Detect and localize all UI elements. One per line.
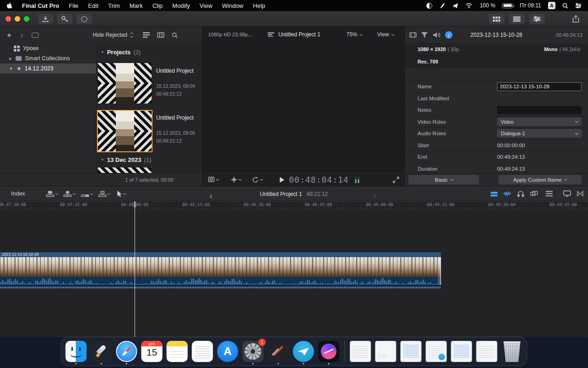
menu-edit[interactable]: Edit: [88, 2, 98, 9]
dock-icon-window[interactable]: [476, 341, 498, 362]
browser-layout-button[interactable]: [489, 14, 504, 24]
brush-status-icon[interactable]: [439, 2, 445, 9]
import-media-button[interactable]: [38, 14, 53, 24]
menu-mark[interactable]: Mark: [130, 2, 143, 9]
sidebar-item-smart-collections[interactable]: ▶ Smart Collections: [0, 53, 96, 63]
browser-search-icon[interactable]: [172, 32, 178, 38]
clip-appearance-video-icon[interactable]: [491, 192, 498, 196]
dock-icon-window[interactable]: [451, 341, 472, 362]
sidebar-item-event[interactable]: ▼ ★ 14.12.2023: [0, 63, 96, 74]
name-input[interactable]: [497, 82, 582, 91]
input-source-badge[interactable]: A: [548, 2, 555, 9]
control-center-icon[interactable]: [575, 3, 582, 8]
audio-sidebar-icon[interactable]: ♪: [20, 31, 23, 39]
battery-icon[interactable]: [502, 3, 513, 8]
timeline-ruler[interactable]: 00:47:30:0000:47:45:0000:48:00:0000:48:1…: [0, 201, 588, 209]
keywords-button[interactable]: [57, 14, 73, 24]
search-icon[interactable]: [562, 3, 568, 9]
share-button[interactable]: [569, 14, 582, 24]
dock-icon-telegram[interactable]: [293, 341, 314, 362]
filmstrip-view-icon[interactable]: [157, 32, 164, 38]
project-thumbnail[interactable]: [98, 63, 152, 104]
viewer-timecode[interactable]: 00:48:04:14: [289, 175, 349, 184]
clip-thumbnail-partial[interactable]: [98, 167, 152, 173]
menu-modify[interactable]: Modify: [172, 2, 190, 9]
info-inspector-tab[interactable]: i: [445, 31, 452, 39]
clip-appearance-audio-icon[interactable]: [503, 191, 511, 197]
menu-window[interactable]: Window: [222, 2, 243, 9]
menu-file[interactable]: File: [69, 2, 79, 9]
dock-icon-rocket[interactable]: [91, 341, 112, 362]
section-disclosure-icon[interactable]: ▼: [101, 50, 104, 54]
timeline[interactable]: 00:47:30:0000:47:45:0000:48:00:0000:48:1…: [0, 201, 588, 337]
menu-trim[interactable]: Trim: [108, 2, 120, 9]
project-thumbnail[interactable]: [98, 111, 152, 151]
apply-custom-name-dropdown[interactable]: Apply Custom Name: [498, 175, 582, 184]
clip-audio-lane[interactable]: [0, 287, 441, 288]
display-mode-icon[interactable]: [426, 3, 432, 9]
viewer-view-dropdown[interactable]: View: [377, 31, 394, 38]
dock-icon-window[interactable]: [375, 341, 396, 362]
color-inspector-tab[interactable]: [421, 32, 428, 38]
audio-meter[interactable]: [355, 177, 356, 183]
zoom-window-button[interactable]: [24, 16, 29, 22]
viewer-zoom-tool-dropdown[interactable]: [208, 177, 219, 182]
av-output-icon[interactable]: [577, 191, 583, 196]
menu-help[interactable]: Help: [253, 2, 266, 9]
dock-icon-notes[interactable]: [167, 341, 188, 362]
dock-icon-window[interactable]: [426, 341, 447, 362]
disclosure-right-icon[interactable]: ▶: [9, 57, 12, 61]
video-roles-select[interactable]: Video: [497, 118, 582, 126]
minimize-window-button[interactable]: [15, 16, 20, 22]
timeline-list-icon[interactable]: [546, 191, 553, 196]
basic-metadata-dropdown[interactable]: Basic: [408, 175, 479, 184]
dock-icon-finder[interactable]: [66, 341, 87, 362]
viewer-retime-dropdown[interactable]: [252, 177, 263, 183]
audio-inspector-tab[interactable]: [433, 32, 441, 38]
background-tasks-button[interactable]: [76, 14, 92, 24]
dock-icon-settings[interactable]: 1: [243, 341, 264, 362]
audio-solo-icon[interactable]: [517, 190, 524, 197]
timeline-clip[interactable]: 2023-12-13 15-10-28: [0, 252, 441, 285]
telegram-status-icon[interactable]: [452, 3, 458, 9]
inspector-layout-button[interactable]: [529, 14, 545, 24]
viewer-zoom-dropdown[interactable]: 75%: [346, 31, 362, 38]
apple-menu-icon[interactable]: [6, 2, 12, 9]
video-inspector-tab[interactable]: [409, 32, 417, 38]
timeline-project-switcher[interactable]: Untitled Project 1 49:21:12: [0, 186, 588, 201]
dock-icon-darkapp[interactable]: [268, 341, 289, 362]
date-section-header[interactable]: ▼ 13 Dec 2023 (1): [101, 156, 151, 163]
timeline-layout-button[interactable]: [509, 14, 525, 24]
dock-icon-trash[interactable]: [502, 341, 523, 362]
menu-clip[interactable]: Clip: [153, 2, 163, 9]
dock-icon-window[interactable]: [350, 341, 371, 362]
dock-icon-calendar[interactable]: ДЕК15: [141, 341, 163, 362]
close-window-button[interactable]: [6, 16, 11, 22]
disclosure-down-icon[interactable]: ▼: [9, 67, 13, 71]
dock-icon-appstore[interactable]: A: [217, 341, 238, 362]
notes-input[interactable]: [497, 106, 582, 114]
library-sidebar-icon[interactable]: ★: [6, 32, 12, 39]
wifi-icon[interactable]: [465, 3, 473, 8]
projects-section-header[interactable]: ▼ Projects (2): [101, 49, 141, 56]
dock-icon-textedit[interactable]: [192, 341, 213, 362]
timeline-forward-icon[interactable]: [373, 191, 376, 200]
menu-view[interactable]: View: [199, 2, 212, 9]
menubar-clock[interactable]: Пт 09:11: [520, 2, 541, 9]
audio-meter[interactable]: [358, 177, 359, 183]
skimming-icon[interactable]: [530, 191, 538, 197]
external-monitor-icon[interactable]: [563, 190, 571, 197]
menubar-app-name[interactable]: Final Cut Pro: [22, 2, 59, 9]
playhead[interactable]: [135, 201, 135, 337]
dock-icon-safari[interactable]: [116, 341, 137, 362]
fullscreen-icon[interactable]: [393, 177, 399, 183]
filter-dropdown[interactable]: Hide Rejected: [93, 32, 133, 38]
viewer-transform-tool-dropdown[interactable]: [231, 177, 241, 183]
dock-icon-fcp[interactable]: [318, 341, 339, 362]
section-disclosure-icon[interactable]: ▼: [101, 158, 104, 162]
audio-roles-select[interactable]: Dialogue-1: [497, 129, 582, 138]
titles-sidebar-icon[interactable]: [32, 33, 39, 38]
sidebar-item-library[interactable]: Уроки: [0, 43, 96, 53]
play-button[interactable]: [280, 177, 284, 183]
clip-info-toggle-icon[interactable]: [143, 32, 150, 38]
